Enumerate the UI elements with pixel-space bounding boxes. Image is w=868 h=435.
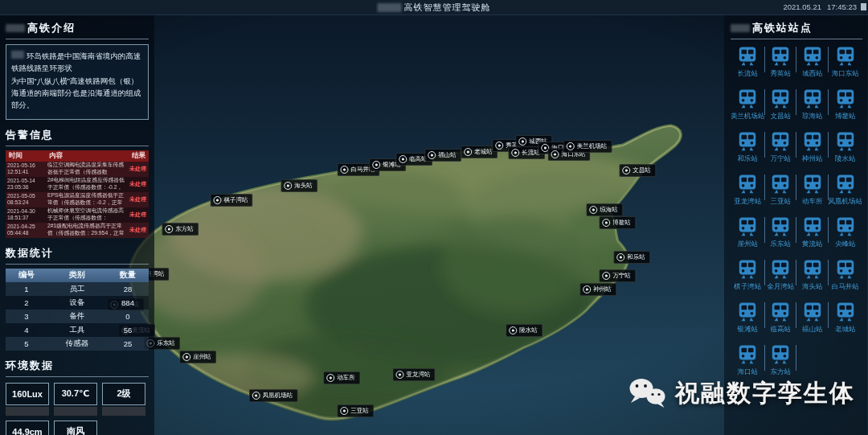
station-label: 临高站 — [771, 325, 792, 334]
stats-cell-count: 28 — [107, 285, 149, 293]
station-pin-icon — [326, 374, 334, 382]
station-pin-icon — [495, 142, 503, 150]
map-station-label[interactable]: 和乐站 — [613, 251, 650, 264]
alert-time: 2021-05-05 08:53:24 — [6, 193, 47, 206]
train-icon — [737, 46, 758, 68]
station-cell[interactable]: 琼海站 — [796, 88, 829, 125]
station-cell[interactable]: 崖州站 — [731, 216, 765, 253]
train-icon — [737, 344, 758, 367]
redacted-brand — [378, 3, 402, 12]
station-cell[interactable]: 银滩站 — [731, 302, 765, 339]
alert-content: 2#1级配电电流传感器高于正常值（传感器数值：29.954，正常范围：0-27） — [47, 223, 127, 237]
station-label: 陵水站 — [835, 154, 856, 164]
alert-row[interactable]: 2021-04-30 18:51:37机械师休息室空调电流传感器高于正常值（传感… — [6, 207, 149, 223]
page-title: 高铁智慧管理驾驶舱 — [378, 2, 491, 14]
map-station-label[interactable]: 动车所 — [323, 371, 360, 384]
station-cell[interactable]: 海头站 — [796, 259, 829, 296]
map-station-label[interactable]: 崖州站 — [179, 351, 216, 363]
station-cell[interactable]: 尖峰站 — [829, 216, 863, 253]
map-station-label[interactable]: 凤凰机场站 — [249, 389, 298, 402]
station-cell[interactable]: 老城站 — [829, 302, 863, 339]
intro-textbox[interactable]: 环岛铁路是中国海南省境内的高速铁路线路呈环形状 为中国“八纵八横”高速铁路网包（… — [6, 44, 149, 120]
train-icon — [737, 216, 758, 239]
map-station-label[interactable]: 美兰机场站 — [563, 140, 612, 153]
map-station-label[interactable]: 博鳌站 — [599, 216, 636, 229]
stats-cell-category: 传感器 — [47, 339, 107, 349]
station-cell[interactable]: 万宁站 — [765, 131, 797, 168]
alert-row[interactable]: 2021-05-14 23:05:362#电梯间电阻温度感应传感器低于正常值（传… — [6, 177, 149, 192]
redacted-inline — [11, 51, 24, 59]
stats-row[interactable]: 3备件0 — [6, 310, 149, 323]
alert-row[interactable]: 2021-04-25 05:44:482#1级配电电流传感器高于正常值（传感器数… — [6, 223, 149, 238]
date-label: 2021.05.21 — [783, 2, 821, 11]
map-station-label[interactable]: 亚龙湾站 — [393, 368, 436, 381]
station-cell[interactable]: 海口东站 — [829, 46, 863, 83]
station-cell[interactable]: 黄流站 — [796, 216, 829, 253]
station-cell[interactable]: 动车所 — [796, 174, 829, 211]
alert-time: 2021-05-16 12:51:41 — [6, 162, 47, 175]
stats-row[interactable]: 4工具56 — [6, 323, 149, 337]
station-cell[interactable]: 文昌站 — [765, 88, 797, 125]
station-cell[interactable]: 城西站 — [796, 46, 829, 83]
station-cell[interactable]: 白马井站 — [829, 259, 863, 296]
map-label-text: 棋子湾站 — [224, 197, 248, 203]
stats-row[interactable]: 2设备884 — [6, 296, 149, 310]
alerts-col-content: 内容 — [49, 151, 125, 161]
stats-row[interactable]: 1员工28 — [6, 282, 149, 296]
station-cell[interactable]: 和乐站 — [731, 131, 765, 168]
station-pin-icon — [551, 150, 559, 158]
stats-row[interactable]: 5传感器25 — [6, 337, 149, 351]
left-panel: 高铁介绍 环岛铁路是中国海南省境内的高速铁路线路呈环形状 为中国“八纵八横”高速… — [0, 14, 154, 435]
map-station-label[interactable]: 三亚站 — [337, 404, 374, 417]
station-cell[interactable]: 博鳌站 — [829, 88, 863, 125]
station-pin-icon — [252, 392, 260, 400]
map-station-label[interactable]: 琼海站 — [586, 203, 623, 216]
station-cell[interactable]: 棋子湾站 — [731, 259, 765, 296]
env-value: 160Lux — [6, 383, 49, 405]
station-label: 长流站 — [738, 69, 759, 79]
station-cell[interactable]: 临高站 — [765, 302, 797, 339]
station-cell[interactable]: 秀英站 — [765, 46, 797, 83]
fullscreen-icon[interactable] — [861, 3, 866, 10]
station-cell[interactable]: 三亚站 — [765, 174, 797, 211]
map-station-label[interactable]: 福山站 — [424, 149, 461, 162]
alert-row[interactable]: 2021-05-16 12:51:41临江空调阀电流温度采集车传感器低于正常值（… — [6, 162, 149, 177]
alert-status-badge: 未处理 — [127, 195, 149, 203]
station-label: 城西站 — [802, 69, 823, 79]
map-station-label[interactable]: 东方站 — [162, 223, 199, 236]
map-station-label[interactable]: 神州站 — [579, 283, 616, 296]
station-cell[interactable]: 亚龙湾站 — [731, 174, 765, 211]
map-station-label[interactable]: 陵水站 — [506, 324, 542, 337]
alert-status-badge: 未处理 — [127, 226, 149, 234]
alert-row[interactable]: 2021-05-05 08:53:24EPS电源温度温度传感器低于正常值（传感器… — [6, 192, 149, 207]
station-label: 秀英站 — [771, 69, 792, 79]
station-cell[interactable]: 美兰机场站 — [731, 88, 765, 125]
station-cell[interactable]: 福山站 — [796, 302, 829, 339]
alerts-table-header: 时间 内容 结果 — [6, 150, 149, 162]
train-icon — [770, 344, 791, 367]
alert-content: 2#电梯间电阻温度感应传感器低于正常值（传感器数值：-0.2，正常范围：0-45… — [47, 177, 127, 191]
map-label-text: 亚龙湾站 — [407, 371, 431, 378]
station-label: 海口东站 — [832, 69, 859, 79]
intro-line-1: 环岛铁路是中国海南省境内的高速铁路线路呈环形状 — [11, 51, 143, 74]
train-icon — [835, 174, 856, 196]
train-icon — [770, 216, 791, 239]
map-station-label[interactable]: 海头站 — [280, 179, 317, 192]
intro-line-1-text: 环岛铁路是中国海南省境内的高速铁路线路呈环形状 — [11, 51, 141, 72]
station-cell[interactable]: 乐东站 — [765, 216, 797, 253]
stats-table: 编号 类别 数量 1员工282设备8843备件04工具565传感器25 — [6, 269, 149, 351]
alerts-col-result: 结果 — [125, 151, 149, 161]
map-station-label[interactable]: 万宁站 — [599, 269, 636, 282]
env-card: 44.9cm — [6, 421, 49, 435]
station-cell[interactable]: 神州站 — [796, 131, 829, 168]
station-cell[interactable]: 凤凰机场站 — [829, 174, 863, 211]
map-label-text: 凤凰机场站 — [263, 392, 293, 399]
map-label-text: 海头站 — [294, 183, 313, 189]
station-cell[interactable]: 陵水站 — [829, 131, 863, 168]
map-station-label[interactable]: 文昌站 — [619, 164, 656, 177]
map-station-label[interactable]: 棋子湾站 — [211, 194, 253, 207]
station-cell[interactable]: 金月湾站 — [765, 259, 797, 296]
train-icon — [802, 131, 823, 154]
stats-cell-count: 0 — [107, 312, 149, 321]
station-cell[interactable]: 长流站 — [731, 46, 765, 83]
